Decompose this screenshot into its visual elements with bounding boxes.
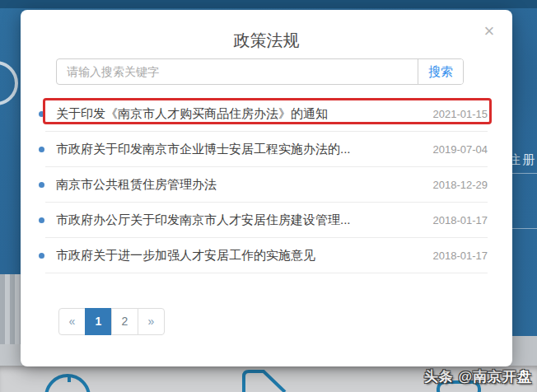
search-input[interactable] [57, 59, 418, 84]
page-background: 注册 头条 @南京开盘 × 政策法规 搜索 关于印发《南京市人才购买商品住房办法… [0, 0, 537, 392]
pagination-page-1[interactable]: 1 [85, 308, 112, 335]
bullet-icon [39, 217, 44, 223]
policy-date: 2018-01-17 [433, 214, 488, 226]
policy-modal: × 政策法规 搜索 关于印发《南京市人才购买商品住房办法》的通知 2021-01… [21, 10, 512, 366]
policy-title-link[interactable]: 关于印发《南京市人才购买商品住房办法》的通知 [56, 106, 423, 122]
watermark-text: 头条 @南京开盘 [424, 367, 532, 386]
policy-date: 2019-07-04 [433, 143, 488, 156]
pagination-prev-button[interactable]: « [58, 308, 86, 335]
pagination-next-button[interactable]: » [138, 308, 165, 335]
policy-date: 2018-01-17 [433, 250, 488, 262]
policy-title-link[interactable]: 市政府办公厅关于印发南京市人才安居住房建设管理... [56, 212, 423, 228]
list-item[interactable]: 关于印发《南京市人才购买商品住房办法》的通知 2021-01-15 [45, 96, 488, 132]
modal-title: 政策法规 [21, 10, 512, 52]
pagination-page-2[interactable]: 2 [111, 308, 138, 335]
policy-title-link[interactable]: 市政府关于印发南京市企业博士安居工程实施办法的... [56, 142, 423, 157]
bullet-icon [39, 253, 44, 259]
list-item[interactable]: 市政府关于进一步加强人才安居工作的实施意见 2018-01-17 [45, 238, 488, 273]
policy-title-link[interactable]: 市政府关于进一步加强人才安居工作的实施意见 [56, 248, 423, 264]
policy-date: 2021-01-15 [433, 108, 488, 120]
pagination: « 1 2 » [58, 308, 165, 335]
top-navbar-strip [0, 0, 537, 8]
bullet-icon [39, 111, 44, 117]
list-item[interactable]: 市政府关于印发南京市企业博士安居工程实施办法的... 2019-07-04 [45, 132, 488, 167]
policy-date: 2018-12-29 [433, 179, 488, 191]
close-icon[interactable]: × [479, 21, 499, 41]
register-link[interactable]: 注册 [508, 152, 536, 168]
list-item[interactable]: 南京市公共租赁住房管理办法 2018-12-29 [45, 167, 488, 203]
search-button[interactable]: 搜索 [418, 59, 463, 84]
policy-title-link[interactable]: 南京市公共租赁住房管理办法 [56, 177, 423, 193]
policy-list: 关于印发《南京市人才购买商品住房办法》的通知 2021-01-15 市政府关于印… [21, 96, 512, 273]
search-bar: 搜索 [56, 58, 464, 85]
list-item[interactable]: 市政府办公厅关于印发南京市人才安居住房建设管理... 2018-01-17 [45, 203, 488, 238]
bullet-icon [39, 182, 44, 188]
bullet-icon [39, 147, 44, 152]
document-icon [241, 369, 287, 392]
